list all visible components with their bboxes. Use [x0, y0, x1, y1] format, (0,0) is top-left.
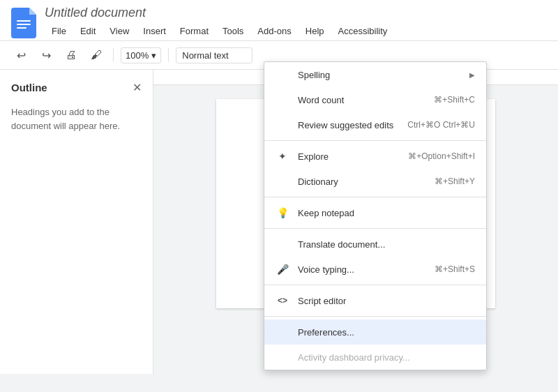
svg-rect-0 [17, 20, 31, 22]
zoom-chevron-icon: ▾ [151, 50, 156, 61]
outline-header: Outline ✕ [11, 81, 142, 94]
menu-accessibility[interactable]: Accessibility [331, 22, 395, 40]
separator-3 [264, 228, 486, 229]
outline-title: Outline [11, 82, 47, 93]
zoom-select[interactable]: 100% ▾ [121, 47, 161, 63]
voice-typing-icon: 🎤 [276, 264, 289, 275]
tools-word-count[interactable]: Word count ⌘+Shift+C [264, 87, 486, 112]
spelling-arrow-icon: ▶ [469, 71, 475, 79]
menu-help[interactable]: Help [299, 22, 331, 40]
keep-notepad-icon: 💡 [276, 207, 289, 218]
tools-explore[interactable]: ✦ Explore ⌘+Option+Shift+I [264, 144, 486, 169]
undo-button[interactable]: ↩ [11, 45, 31, 65]
title-area: Untitled document File Edit View Insert … [45, 6, 394, 40]
doc-icon [11, 8, 36, 38]
menu-insert[interactable]: Insert [136, 22, 173, 40]
print-button[interactable]: 🖨 [61, 45, 81, 65]
tools-voice-typing[interactable]: 🎤 Voice typing... ⌘+Shift+S [264, 257, 486, 282]
tools-preferences[interactable]: Preferences... [264, 319, 486, 345]
menu-format[interactable]: Format [173, 22, 216, 40]
tools-dictionary[interactable]: Dictionary ⌘+Shift+Y [264, 169, 486, 194]
menu-addons[interactable]: Add-ons [250, 22, 298, 40]
toolbar-divider-1 [113, 48, 114, 62]
tools-script-editor[interactable]: <> Script editor [264, 288, 486, 313]
separator-5 [264, 316, 486, 317]
tools-keep-notepad[interactable]: 💡 Keep notepad [264, 200, 486, 225]
tools-spelling[interactable]: Spelling ▶ [264, 62, 486, 87]
separator-1 [264, 140, 486, 141]
zoom-value: 100% [126, 50, 149, 61]
menu-edit[interactable]: Edit [73, 22, 103, 40]
menu-file[interactable]: File [45, 22, 73, 40]
paint-format-button[interactable]: 🖌 [86, 45, 106, 65]
svg-rect-1 [17, 24, 31, 25]
tools-activity-dashboard: Activity dashboard privacy... [264, 345, 486, 370]
style-select[interactable]: Normal text [176, 47, 252, 63]
style-value: Normal text [182, 50, 228, 61]
tools-translate[interactable]: Translate document... [264, 232, 486, 257]
explore-icon: ✦ [276, 151, 289, 162]
title-bar: Untitled document File Edit View Insert … [0, 0, 558, 41]
separator-2 [264, 197, 486, 197]
svg-rect-2 [17, 27, 27, 29]
toolbar-divider-2 [168, 48, 169, 62]
redo-button[interactable]: ↪ [36, 45, 56, 65]
tools-review-edits[interactable]: Review suggested edits Ctrl+⌘O Ctrl+⌘U [264, 112, 486, 137]
script-editor-icon: <> [276, 296, 289, 306]
outline-panel: Outline ✕ Headings you add to the docume… [0, 70, 153, 374]
menu-view[interactable]: View [103, 22, 136, 40]
menu-tools[interactable]: Tools [216, 22, 250, 40]
outline-empty-text: Headings you add to the document will ap… [11, 105, 142, 133]
outline-close-button[interactable]: ✕ [133, 81, 142, 94]
menu-bar: File Edit View Insert Format Tools Add-o… [45, 22, 394, 40]
tools-dropdown: Spelling ▶ Word count ⌘+Shift+C Review s… [264, 61, 487, 370]
document-title[interactable]: Untitled document [45, 6, 394, 20]
separator-4 [264, 285, 486, 285]
